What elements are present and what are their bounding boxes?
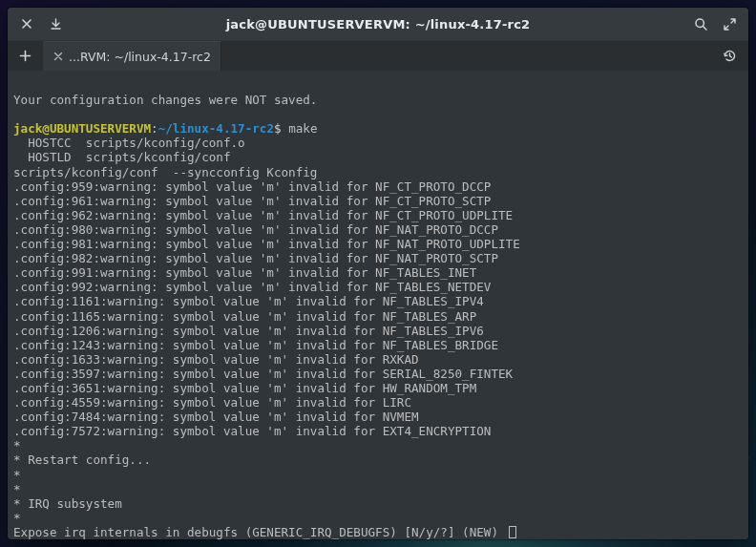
output-line: .config:1633:warning: symbol value 'm' i… [13, 352, 419, 367]
output-line: .config:1165:warning: symbol value 'm' i… [13, 309, 476, 324]
output-line: .config:961:warning: symbol value 'm' in… [13, 194, 491, 208]
maximize-icon[interactable] [720, 14, 739, 33]
tabbar: ...RVM: ~/linux-4.17-rc2 [8, 40, 748, 71]
output-line: .config:7484:warning: symbol value 'm' i… [13, 410, 419, 424]
output-line: .config:1206:warning: symbol value 'm' i… [13, 324, 484, 338]
output-line: .config:981:warning: symbol value 'm' in… [13, 237, 520, 251]
output-line: .config:1161:warning: symbol value 'm' i… [13, 294, 484, 308]
download-icon[interactable] [46, 14, 65, 33]
output-line: * Restart config... [13, 452, 151, 467]
output-line: .config:991:warning: symbol value 'm' in… [13, 265, 476, 280]
output-line: .config:980:warning: symbol value 'm' in… [13, 222, 498, 237]
output-line: scripts/kconfig/conf --syncconfig Kconfi… [13, 165, 317, 179]
output-line: .config:7572:warning: symbol value 'm' i… [13, 424, 491, 438]
terminal-output[interactable]: Your configuration changes were NOT save… [8, 71, 748, 539]
tab-label: ...RVM: ~/linux-4.17-rc2 [69, 50, 211, 64]
prompt-dollar: $ [274, 121, 288, 136]
output-line: .config:992:warning: symbol value 'm' in… [13, 280, 491, 294]
close-icon[interactable] [17, 14, 36, 33]
output-line: .config:3651:warning: symbol value 'm' i… [13, 381, 476, 395]
output-prompt-line: Expose irq internals in debugfs (GENERIC… [13, 525, 506, 539]
output-line: .config:959:warning: symbol value 'm' in… [13, 179, 491, 194]
output-line: * [13, 468, 21, 482]
terminal-window: jack@UBUNTUSERVERVM: ~/linux-4.17-rc2 ..… [8, 8, 748, 539]
prompt-user-host: jack@UBUNTUSERVERVM [13, 121, 151, 136]
search-icon[interactable] [691, 14, 710, 33]
output-line: * [13, 438, 21, 452]
output-line: * [13, 482, 21, 496]
output-line: .config:982:warning: symbol value 'm' in… [13, 251, 498, 265]
output-line: .config:4559:warning: symbol value 'm' i… [13, 395, 411, 410]
output-line: HOSTCC scripts/kconfig/conf.o [13, 136, 245, 150]
output-line: * IRQ subsystem [13, 496, 122, 511]
window-title: jack@UBUNTUSERVERVM: ~/linux-4.17-rc2 [74, 17, 682, 32]
output-line: Your configuration changes were NOT save… [13, 93, 317, 107]
titlebar: jack@UBUNTUSERVERVM: ~/linux-4.17-rc2 [8, 8, 748, 40]
prompt-command: make [288, 121, 317, 136]
history-icon[interactable] [720, 47, 739, 66]
tab-active[interactable]: ...RVM: ~/linux-4.17-rc2 [44, 41, 221, 71]
tab-close-icon[interactable] [53, 50, 63, 64]
output-line: .config:3597:warning: symbol value 'm' i… [13, 367, 513, 381]
prompt-path: ~/linux-4.17-rc2 [158, 121, 274, 136]
new-tab-button[interactable] [8, 41, 44, 71]
output-line: * [13, 511, 21, 525]
cursor-block [509, 526, 516, 538]
output-line: HOSTLD scripts/kconfig/conf [13, 150, 230, 164]
output-line: .config:962:warning: symbol value 'm' in… [13, 208, 513, 222]
prompt-colon: : [151, 121, 158, 136]
output-line: .config:1243:warning: symbol value 'm' i… [13, 338, 498, 352]
